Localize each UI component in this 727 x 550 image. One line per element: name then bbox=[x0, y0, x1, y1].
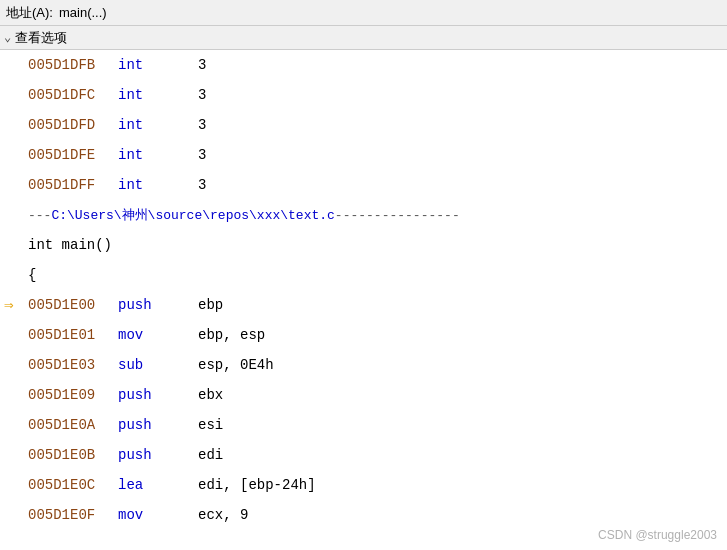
type-cell: int bbox=[118, 57, 198, 73]
address-cell: 005D1E03 bbox=[28, 357, 118, 373]
table-row: 005D1E09pushebx bbox=[0, 380, 727, 410]
type-cell: int bbox=[118, 147, 198, 163]
address-cell: 005D1DFE bbox=[28, 147, 118, 163]
mnemonic-cell: lea bbox=[118, 477, 198, 493]
view-options-bar[interactable]: ⌄ 查看选项 bbox=[0, 26, 727, 50]
operand-cell: ebp, esp bbox=[198, 327, 265, 343]
address-label: 地址(A): bbox=[6, 4, 53, 22]
operand-cell: ebp bbox=[198, 297, 223, 313]
operand-cell: edi bbox=[198, 447, 223, 463]
table-row: 005D1DFCint3 bbox=[0, 80, 727, 110]
type-cell: int bbox=[118, 87, 198, 103]
execution-arrow-icon: ⇒ bbox=[4, 295, 14, 315]
table-row: 005D1E03subesp, 0E4h bbox=[0, 350, 727, 380]
address-cell: 005D1E0C bbox=[28, 477, 118, 493]
address-cell: 005D1DFB bbox=[28, 57, 118, 73]
address-cell: 005D1E09 bbox=[28, 387, 118, 403]
address-cell: 005D1DFF bbox=[28, 177, 118, 193]
value-cell: 3 bbox=[198, 57, 206, 73]
table-row: 005D1E0Bpushedi bbox=[0, 440, 727, 470]
mnemonic-cell: push bbox=[118, 297, 198, 313]
value-cell: 3 bbox=[198, 147, 206, 163]
operand-cell: ecx, 9 bbox=[198, 507, 248, 523]
address-bar: 地址(A): main(...) bbox=[0, 0, 727, 26]
mnemonic-cell: sub bbox=[118, 357, 198, 373]
table-row: 005D1DFEint3 bbox=[0, 140, 727, 170]
table-row: 005D1DFDint3 bbox=[0, 110, 727, 140]
type-cell: int bbox=[118, 117, 198, 133]
table-row: ⇒005D1E00pushebp bbox=[0, 290, 727, 320]
source-code-line: { bbox=[0, 260, 727, 290]
mnemonic-cell: mov bbox=[118, 507, 198, 523]
address-cell: 005D1E0F bbox=[28, 507, 118, 523]
operand-cell: edi, [ebp-24h] bbox=[198, 477, 316, 493]
table-row: 005D1E01movebp, esp bbox=[0, 320, 727, 350]
address-cell: 005D1E0A bbox=[28, 417, 118, 433]
table-row: 005D1E0Fmovecx, 9 bbox=[0, 500, 727, 530]
address-cell: 005D1DFC bbox=[28, 87, 118, 103]
watermark: CSDN @struggle2003 bbox=[598, 528, 717, 542]
mnemonic-cell: push bbox=[118, 417, 198, 433]
value-cell: 3 bbox=[198, 117, 206, 133]
address-value: main(...) bbox=[59, 5, 107, 20]
source-file-separator: --- C:\Users\神州\source\repos\xxx\text.c … bbox=[0, 200, 727, 230]
table-row: 005D1DFBint3 bbox=[0, 50, 727, 80]
source-code-line: int main() bbox=[0, 230, 727, 260]
operand-cell: esp, 0E4h bbox=[198, 357, 274, 373]
operand-cell: ebx bbox=[198, 387, 223, 403]
mnemonic-cell: push bbox=[118, 387, 198, 403]
table-row: 005D1DFFint3 bbox=[0, 170, 727, 200]
address-cell: 005D1E0B bbox=[28, 447, 118, 463]
address-cell: 005D1E01 bbox=[28, 327, 118, 343]
code-area: 005D1DFBint3005D1DFCint3005D1DFDint3005D… bbox=[0, 50, 727, 550]
address-cell: 005D1DFD bbox=[28, 117, 118, 133]
type-cell: int bbox=[118, 177, 198, 193]
address-cell: 005D1E00 bbox=[28, 297, 118, 313]
mnemonic-cell: mov bbox=[118, 327, 198, 343]
chevron-down-icon: ⌄ bbox=[4, 30, 11, 45]
value-cell: 3 bbox=[198, 177, 206, 193]
mnemonic-cell: push bbox=[118, 447, 198, 463]
view-options-label: 查看选项 bbox=[15, 29, 67, 47]
table-row: 005D1E0Cleaedi, [ebp-24h] bbox=[0, 470, 727, 500]
value-cell: 3 bbox=[198, 87, 206, 103]
operand-cell: esi bbox=[198, 417, 223, 433]
table-row: 005D1E0Apushesi bbox=[0, 410, 727, 440]
